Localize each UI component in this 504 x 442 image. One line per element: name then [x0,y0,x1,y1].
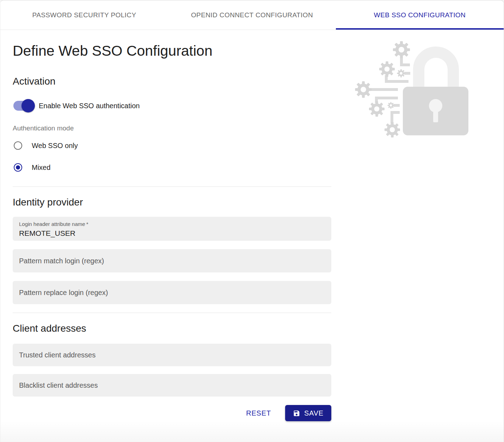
tab-openid-connect-configuration[interactable]: OPENID CONNECT CONFIGURATION [168,0,336,30]
reset-button[interactable]: RESET [245,407,272,419]
toggle-thumb [21,99,35,112]
identity-provider-heading: Identity provider [13,196,504,209]
tab-label: OPENID CONNECT CONFIGURATION [191,11,313,19]
pattern-match-login-field[interactable] [13,249,331,272]
toggle-label: Enable Web SSO authentication [39,102,140,110]
save-button[interactable]: SAVE [285,405,331,421]
tab-password-security-policy[interactable]: PASSWORD SECURITY POLICY [0,0,168,30]
blacklist-client-addresses-field[interactable] [13,374,331,397]
form-actions: RESET SAVE [13,405,331,421]
radio-label: Web SSO only [32,142,78,150]
tab-web-sso-configuration[interactable]: WEB SSO CONFIGURATION [336,0,504,30]
padlock-icon [403,52,468,135]
trusted-client-addresses-field[interactable] [13,344,331,366]
trusted-client-addresses-input[interactable] [19,351,325,359]
login-header-attribute-input[interactable] [19,228,325,239]
radio-web-sso-only[interactable]: Web SSO only [13,141,504,150]
web-sso-configuration-page: PASSWORD SECURITY POLICY OPENID CONNECT … [0,0,504,442]
radio-label: Mixed [32,164,50,172]
enable-web-sso-toggle[interactable] [13,101,33,111]
settings-tab-bar: PASSWORD SECURITY POLICY OPENID CONNECT … [0,0,504,30]
login-header-attribute-field[interactable]: Login header attribute name* [13,217,331,241]
section-divider [13,186,331,187]
pattern-replace-login-field[interactable] [13,281,331,304]
section-divider [13,313,331,313]
pattern-replace-login-input[interactable] [19,289,325,297]
required-asterisk: * [86,221,88,227]
active-tab-indicator [336,28,504,30]
client-addresses-heading: Client addresses [13,322,504,335]
floppy-disk-icon [293,410,300,417]
tab-label: PASSWORD SECURITY POLICY [32,11,136,19]
tab-label: WEB SSO CONFIGURATION [374,11,466,19]
pattern-match-login-input[interactable] [19,257,325,265]
radio-circle[interactable] [14,163,22,172]
blacklist-client-addresses-input[interactable] [19,381,325,389]
padlock-with-gears-illustration [355,40,471,142]
save-button-label: SAVE [304,409,324,417]
field-label: Login header attribute name* [19,221,325,227]
radio-circle[interactable] [14,141,22,150]
radio-mixed[interactable]: Mixed [13,163,504,172]
